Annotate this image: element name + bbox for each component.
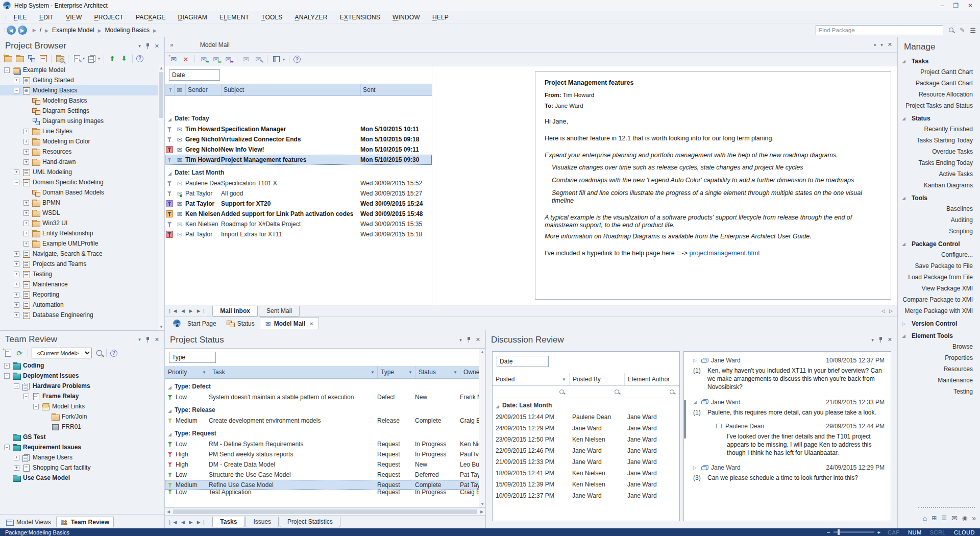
mail-row[interactable]: ✉Pat TaylorImport Extras for XT11Wed 30/…: [165, 229, 432, 239]
tree-item[interactable]: −Frame Relay: [0, 391, 164, 401]
manage-section-header[interactable]: ◢Status: [898, 113, 980, 124]
discussion-row[interactable]: 21/09/2015 12:33 PMJane WardJane Ward: [493, 456, 679, 468]
menu-item-tools[interactable]: TOOLS: [255, 12, 288, 22]
scroll-right-icon[interactable]: ▶: [478, 509, 485, 514]
new-element-icon[interactable]: [38, 54, 47, 63]
status-filter-field[interactable]: Type: [169, 352, 216, 363]
flag-icon[interactable]: [166, 231, 173, 238]
edit-message-icon[interactable]: ✉✎: [254, 55, 263, 64]
collapse-triangle-icon[interactable]: ◢: [902, 196, 905, 201]
new-topic-icon[interactable]: ✦: [3, 349, 12, 357]
collapse-chevrons-icon[interactable]: »: [170, 41, 174, 48]
chevron-down-icon[interactable]: ▾: [98, 56, 100, 61]
expand-icon[interactable]: +: [23, 200, 29, 206]
manage-item-active-tasks[interactable]: Active Tasks: [898, 168, 980, 180]
manage-item-save-package-to-file[interactable]: Save Package to File: [898, 260, 980, 272]
manage-item-project-gantt-chart[interactable]: Project Gantt Chart: [898, 66, 980, 78]
thread-header[interactable]: ◢Jane Ward21/09/2015 12:33 PM: [686, 399, 885, 406]
expand-icon[interactable]: +: [14, 78, 19, 83]
mail-row[interactable]: ✉Pat TaylorSupport for XT20Wed 30/09/201…: [165, 199, 432, 209]
collapse-icon[interactable]: −: [4, 445, 10, 450]
tree-item[interactable]: +Reporting: [0, 289, 164, 300]
mail-filter-field[interactable]: Date: [169, 69, 220, 81]
tab-nav-arrows[interactable]: ❘◀ ◀ ▶ ▶❘: [168, 308, 207, 313]
expand-icon[interactable]: +: [23, 139, 29, 144]
tree-item[interactable]: +Shopping Cart facility: [0, 462, 164, 473]
tree-item[interactable]: +WSDL: [0, 208, 164, 218]
thread-header[interactable]: ▷Jane Ward10/09/2015 12:37 PM: [686, 357, 885, 364]
flag-icon[interactable]: [166, 180, 173, 187]
menu-item-diagram[interactable]: DIAGRAM: [172, 12, 213, 22]
tree-item[interactable]: +Resources: [0, 147, 164, 157]
menu-item-file[interactable]: FILE: [8, 12, 33, 22]
copy-icon[interactable]: [87, 54, 96, 63]
scroll-down-icon[interactable]: ▼: [158, 324, 164, 330]
thread-header[interactable]: ▷Jane Ward24/09/2015 12:29 PM: [686, 464, 885, 471]
expand-icon[interactable]: +: [14, 272, 19, 277]
expand-icon[interactable]: +: [23, 231, 29, 236]
column-header-subject[interactable]: Subject: [221, 84, 360, 95]
scrollbar-thumb[interactable]: [159, 72, 163, 118]
zoom-in-icon[interactable]: +: [877, 529, 880, 535]
manage-section-header[interactable]: ◢Package Control: [898, 239, 980, 249]
column-header-type[interactable]: Type▼: [377, 366, 415, 378]
reply-header[interactable]: Paulene Dean29/09/2015 12:44 PM: [716, 423, 885, 430]
menu-item-analyzer[interactable]: ANALYZER: [289, 12, 334, 22]
discussion-row[interactable]: 15/09/2015 12:39 PMKen NielsenJane Ward: [493, 479, 679, 490]
collapse-triangle-icon[interactable]: ◢: [902, 116, 905, 121]
manage-item-kanban-diagrams[interactable]: Kanban Diagrams: [898, 180, 980, 191]
breadcrumb-item[interactable]: Modeling Basics: [105, 27, 150, 34]
tab-project-statistics[interactable]: Project Statistics: [280, 517, 340, 527]
mail-row[interactable]: ✉Greg NicholsVirtualized Connector EndsM…: [165, 134, 432, 144]
tree-item[interactable]: −Modeling Basics: [0, 85, 164, 95]
tree-item[interactable]: −Requirement Issues: [0, 442, 164, 452]
menu-item-view[interactable]: VIEW: [60, 12, 88, 22]
collapse-icon[interactable]: −: [23, 394, 29, 399]
manage-item-baselines[interactable]: Baselines: [898, 203, 980, 214]
expand-icon[interactable]: +: [23, 159, 29, 165]
column-header-priority[interactable]: Priority▼: [165, 366, 209, 378]
tab-tasks[interactable]: Tasks: [212, 517, 244, 527]
forward-button[interactable]: ▶: [18, 26, 27, 35]
mail-row[interactable]: ✉Greg NicholsNew Info View!Mon 5/10/2015…: [165, 144, 432, 155]
tree-item[interactable]: +Testing: [0, 269, 164, 279]
expand-icon[interactable]: +: [14, 302, 19, 308]
manage-item-resource-allocation[interactable]: Resource Allocation: [898, 89, 980, 100]
discussion-filter-field[interactable]: Date: [497, 356, 549, 367]
find-in-browser-icon[interactable]: [55, 54, 64, 63]
collapse-icon[interactable]: −: [4, 67, 10, 73]
panel-menu-icon[interactable]: ▾: [138, 337, 141, 342]
status-group-header[interactable]: ◢Type: Request: [165, 426, 485, 439]
mail-row[interactable]: ✉Pat TaylorAll goodWed 30/09/2015 15:27: [165, 188, 432, 199]
manage-item-merge-package-with-xmi[interactable]: Merge Package with XMI: [898, 305, 980, 316]
flag-icon[interactable]: [166, 190, 173, 197]
flag-icon[interactable]: [166, 210, 173, 217]
status-row[interactable]: LowSystem doesn't maintain a stable patt…: [165, 392, 485, 402]
pencil-icon[interactable]: ✎: [960, 27, 965, 34]
close-button[interactable]: ✕: [968, 2, 973, 9]
windows-layout-icon[interactable]: ⊞: [932, 515, 937, 522]
menu-item-window[interactable]: WINDOW: [386, 12, 426, 22]
mail-group-header[interactable]: ◢Date: Last Month: [165, 165, 432, 178]
manage-item-auditing[interactable]: Auditing: [898, 214, 980, 226]
status-row[interactable]: MediumCreate development environment mod…: [165, 416, 485, 426]
manage-item-resources[interactable]: Resources: [898, 363, 980, 375]
move-up-icon[interactable]: ⬆: [108, 54, 117, 63]
scroll-down-icon[interactable]: ▼: [479, 501, 485, 507]
manage-item-compare-package-to-xmi[interactable]: Compare Package to XMI: [898, 294, 980, 305]
tree-item[interactable]: Use Case Model: [0, 473, 164, 483]
manage-item-tasks-starting-today[interactable]: Tasks Starting Today: [898, 135, 980, 146]
tree-item[interactable]: +Modeling in Color: [0, 136, 164, 147]
discussion-row[interactable]: 22/09/2015 12:46 PMJane WardJane Ward: [493, 445, 679, 456]
maximize-button[interactable]: ❐: [953, 2, 959, 9]
tree-item[interactable]: −Hardware Problems: [0, 381, 164, 391]
new-message-icon[interactable]: ✉✦: [169, 55, 178, 64]
manage-item-recently-finished[interactable]: Recently Finished: [898, 124, 980, 135]
scrollbar[interactable]: ▲ ▼: [479, 349, 485, 507]
column-header-element-author[interactable]: Element Author: [624, 373, 679, 385]
panel-menu-icon[interactable]: ▾: [138, 43, 141, 48]
flag-column-header[interactable]: [165, 84, 174, 95]
expand-icon[interactable]: +: [14, 169, 19, 175]
minimize-button[interactable]: –: [940, 2, 944, 9]
mail-row[interactable]: ✉Ken NielsenRoadmap for X#Delta ProjectW…: [165, 219, 432, 229]
